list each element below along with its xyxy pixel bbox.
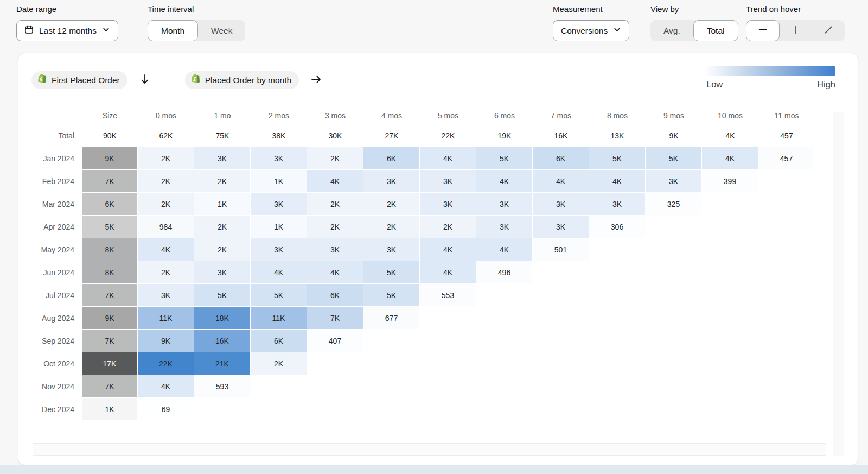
heatmap-cell[interactable]: 501 bbox=[533, 238, 589, 261]
cohort-metric-badge[interactable]: Placed Order by month bbox=[185, 71, 299, 89]
heatmap-cell[interactable]: 4K bbox=[307, 261, 363, 284]
heatmap-cell[interactable]: 3K bbox=[420, 193, 476, 216]
size-cell[interactable]: 7K bbox=[82, 375, 138, 398]
heatmap-cell[interactable]: 3K bbox=[307, 238, 363, 261]
size-cell[interactable]: 5K bbox=[82, 216, 138, 238]
heatmap-cell[interactable]: 5K bbox=[194, 284, 251, 307]
heatmap-cell[interactable]: 5K bbox=[646, 147, 702, 170]
heatmap-cell[interactable]: 553 bbox=[420, 284, 476, 307]
heatmap-cell[interactable]: 11K bbox=[251, 307, 307, 330]
heatmap-cell[interactable]: 2K bbox=[138, 147, 194, 170]
size-cell[interactable]: 6K bbox=[82, 193, 138, 216]
heatmap-cell[interactable]: 3K bbox=[251, 238, 307, 261]
heatmap-cell[interactable]: 4K bbox=[589, 170, 646, 193]
heatmap-cell[interactable]: 21K bbox=[194, 352, 251, 375]
heatmap-cell[interactable]: 2K bbox=[420, 216, 476, 238]
view-by-total-button[interactable]: Total bbox=[693, 20, 738, 41]
heatmap-cell[interactable]: 457 bbox=[758, 147, 815, 170]
heatmap-cell[interactable]: 18K bbox=[194, 307, 251, 330]
heatmap-cell[interactable]: 1K bbox=[251, 216, 307, 238]
heatmap-cell[interactable]: 4K bbox=[476, 238, 533, 261]
heatmap-cell[interactable]: 3K bbox=[589, 193, 646, 216]
size-cell[interactable]: 7K bbox=[82, 284, 138, 307]
heatmap-cell[interactable]: 2K bbox=[138, 170, 194, 193]
size-cell[interactable]: 17K bbox=[82, 352, 138, 375]
heatmap-cell[interactable]: 5K bbox=[363, 284, 420, 307]
heatmap-cell[interactable]: 3K bbox=[646, 170, 702, 193]
heatmap-cell[interactable]: 69 bbox=[138, 398, 194, 421]
heatmap-cell[interactable]: 16K bbox=[194, 330, 251, 352]
heatmap-cell[interactable]: 2K bbox=[307, 193, 363, 216]
time-interval-week-button[interactable]: Week bbox=[198, 20, 245, 41]
heatmap-cell[interactable]: 2K bbox=[194, 238, 251, 261]
size-cell[interactable]: 9K bbox=[82, 147, 138, 170]
heatmap-cell[interactable]: 4K bbox=[420, 261, 476, 284]
heatmap-cell[interactable]: 407 bbox=[307, 330, 363, 352]
heatmap-cell[interactable]: 3K bbox=[194, 147, 251, 170]
heatmap-cell[interactable]: 3K bbox=[363, 170, 420, 193]
heatmap-cell[interactable]: 5K bbox=[589, 147, 646, 170]
heatmap-cell[interactable]: 4K bbox=[251, 261, 307, 284]
vertical-scrollbar[interactable] bbox=[833, 112, 844, 456]
heatmap-cell[interactable]: 4K bbox=[307, 170, 363, 193]
heatmap-cell[interactable]: 7K bbox=[307, 307, 363, 330]
heatmap-cell[interactable]: 3K bbox=[251, 193, 307, 216]
heatmap-cell[interactable]: 325 bbox=[646, 193, 702, 216]
size-cell[interactable]: 7K bbox=[82, 330, 138, 352]
heatmap-cell[interactable]: 399 bbox=[702, 170, 758, 193]
heatmap-cell[interactable]: 2K bbox=[307, 216, 363, 238]
trend-diagonal-line-button[interactable] bbox=[812, 20, 845, 41]
heatmap-cell[interactable]: 3K bbox=[363, 238, 420, 261]
heatmap-cell[interactable]: 5K bbox=[476, 147, 533, 170]
size-cell[interactable]: 9K bbox=[82, 307, 138, 330]
heatmap-cell[interactable]: 3K bbox=[251, 147, 307, 170]
heatmap-cell[interactable]: 4K bbox=[420, 238, 476, 261]
heatmap-cell[interactable]: 2K bbox=[138, 261, 194, 284]
heatmap-cell[interactable]: 3K bbox=[420, 170, 476, 193]
size-cell[interactable]: 8K bbox=[82, 238, 138, 261]
horizontal-scrollbar[interactable] bbox=[33, 443, 826, 456]
heatmap-cell[interactable]: 11K bbox=[138, 307, 194, 330]
heatmap-cell[interactable]: 3K bbox=[533, 216, 589, 238]
heatmap-cell[interactable]: 3K bbox=[138, 284, 194, 307]
heatmap-cell[interactable]: 6K bbox=[533, 147, 589, 170]
heatmap-cell[interactable]: 306 bbox=[589, 216, 646, 238]
time-interval-month-button[interactable]: Month bbox=[148, 20, 198, 41]
cohort-source-badge[interactable]: First Placed Order bbox=[31, 71, 127, 89]
heatmap-cell[interactable]: 9K bbox=[138, 330, 194, 352]
heatmap-cell[interactable]: 5K bbox=[363, 261, 420, 284]
heatmap-cell[interactable]: 496 bbox=[476, 261, 533, 284]
heatmap-cell[interactable]: 4K bbox=[476, 170, 533, 193]
heatmap-cell[interactable]: 3K bbox=[476, 216, 533, 238]
size-cell[interactable]: 1K bbox=[82, 398, 138, 421]
heatmap-cell[interactable]: 6K bbox=[251, 330, 307, 352]
heatmap-cell[interactable]: 3K bbox=[533, 193, 589, 216]
view-by-avg-button[interactable]: Avg. bbox=[650, 20, 693, 41]
heatmap-cell[interactable]: 2K bbox=[194, 216, 251, 238]
size-cell[interactable]: 7K bbox=[82, 170, 138, 193]
heatmap-cell[interactable]: 677 bbox=[363, 307, 420, 330]
trend-dash-button[interactable] bbox=[746, 20, 780, 41]
heatmap-cell[interactable]: 5K bbox=[251, 284, 307, 307]
heatmap-cell[interactable]: 2K bbox=[363, 216, 420, 238]
heatmap-cell[interactable]: 6K bbox=[363, 147, 420, 170]
heatmap-cell[interactable]: 3K bbox=[476, 193, 533, 216]
size-cell[interactable]: 8K bbox=[82, 261, 138, 284]
heatmap-cell[interactable]: 2K bbox=[307, 147, 363, 170]
heatmap-cell[interactable]: 1K bbox=[194, 193, 251, 216]
heatmap-cell[interactable]: 2K bbox=[251, 352, 307, 375]
measurement-dropdown[interactable]: Conversions bbox=[553, 20, 629, 41]
heatmap-cell[interactable]: 4K bbox=[138, 375, 194, 398]
heatmap-cell[interactable]: 3K bbox=[194, 261, 251, 284]
heatmap-cell[interactable]: 2K bbox=[138, 193, 194, 216]
trend-vertical-bar-button[interactable] bbox=[780, 20, 812, 41]
date-range-button[interactable]: Last 12 months bbox=[16, 20, 118, 41]
heatmap-cell[interactable]: 22K bbox=[138, 352, 194, 375]
heatmap-cell[interactable]: 6K bbox=[307, 284, 363, 307]
heatmap-cell[interactable]: 4K bbox=[138, 238, 194, 261]
heatmap-cell[interactable]: 2K bbox=[363, 193, 420, 216]
heatmap-cell[interactable]: 984 bbox=[138, 216, 194, 238]
heatmap-cell[interactable]: 593 bbox=[194, 375, 251, 398]
heatmap-cell[interactable]: 4K bbox=[702, 147, 758, 170]
heatmap-cell[interactable]: 4K bbox=[420, 147, 476, 170]
